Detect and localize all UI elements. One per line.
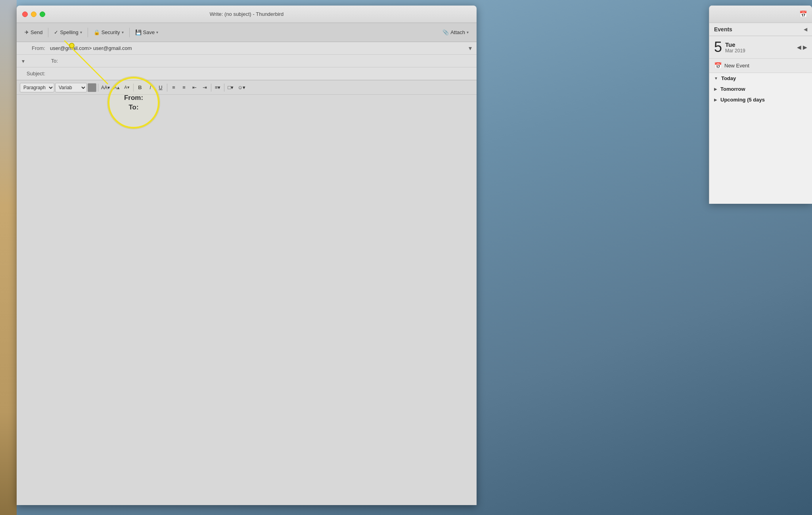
attach-icon: 📎 (442, 29, 449, 35)
toolbar-separator-1 (48, 28, 48, 37)
lock-icon: 🔒 (94, 29, 100, 35)
security-label: Security (102, 29, 120, 35)
tomorrow-section[interactable]: ▶ Tomorrow (709, 84, 812, 94)
calendar-icon[interactable]: 📅 (799, 10, 807, 18)
upcoming-label: Upcoming (5 days (720, 97, 765, 103)
font-size-up[interactable]: A▴ (112, 83, 121, 92)
outdent-btn[interactable]: ⇤ (190, 83, 199, 92)
header-fields: From: user@gmail.com> user@gmail.com ▾ ▾… (17, 42, 477, 80)
cal-day-number: 5 (714, 40, 722, 54)
events-list: ▼ Today ▶ Tomorrow ▶ Upcoming (5 days (709, 73, 812, 204)
minimize-button[interactable] (31, 11, 36, 17)
cal-day-info: Tue Mar 2019 (725, 41, 745, 54)
save-dropdown-arrow: ▾ (156, 30, 158, 34)
ordered-list-btn[interactable]: ≡ (179, 83, 189, 92)
fmt-sep-3 (167, 84, 167, 92)
format-toolbar: Paragraph Variab AA▾ A▴ A▾ B I U ≡ ≡ ⇤ ⇥… (17, 80, 477, 95)
font-size-select[interactable]: AA▾ (100, 83, 111, 92)
events-title-bar: 📅 (709, 6, 812, 23)
attach-label: Attach (450, 29, 465, 35)
unordered-list-btn[interactable]: ≡ (169, 83, 178, 92)
left-panel (0, 0, 17, 515)
font-color-box[interactable] (88, 83, 96, 92)
from-dropdown-btn[interactable]: ▾ (464, 44, 477, 52)
save-button[interactable]: 💾 Save ▾ (132, 28, 162, 37)
compose-body[interactable] (17, 95, 477, 505)
new-event-label: New Event (724, 63, 749, 69)
security-dropdown-arrow: ▾ (122, 30, 124, 34)
cal-prev-arrow[interactable]: ◀ (797, 44, 801, 50)
cal-nav-arrows: ◀ ▶ (797, 44, 807, 50)
compose-area: From: user@gmail.com> user@gmail.com ▾ ▾… (17, 42, 477, 505)
security-button[interactable]: 🔒 Security ▾ (90, 28, 127, 37)
maximize-button[interactable] (40, 11, 45, 17)
to-row: ▾ To: (17, 55, 477, 67)
to-input[interactable] (61, 56, 477, 66)
fmt-sep-2 (133, 84, 134, 92)
from-label: From: (17, 45, 48, 51)
spelling-button[interactable]: ✓ Spelling ▾ (51, 28, 85, 37)
attach-dropdown-arrow: ▾ (467, 30, 469, 34)
send-button[interactable]: ✈ Send (21, 28, 46, 37)
compose-window: Write: (no subject) - Thunderbird ✈ Send… (17, 6, 477, 505)
new-event-icon: 📅 (714, 62, 722, 69)
spelling-label: Spelling (60, 29, 78, 35)
cal-day-name: Tue (725, 41, 745, 48)
tomorrow-arrow: ▶ (714, 87, 717, 91)
traffic-lights (22, 11, 45, 17)
close-button[interactable] (22, 11, 28, 17)
today-label: Today (721, 75, 736, 81)
upcoming-arrow: ▶ (714, 98, 717, 102)
events-panel: 📅 Events ◀ 5 Tue Mar 2019 ◀ ▶ 📅 New Even… (709, 6, 812, 204)
window-title: Write: (no subject) - Thunderbird (210, 11, 284, 17)
fmt-sep-5 (224, 84, 224, 92)
font-select[interactable]: Variab (55, 83, 87, 92)
send-icon: ✈ (25, 29, 29, 35)
cal-month-year: Mar 2019 (725, 48, 745, 54)
today-arrow: ▼ (714, 76, 718, 80)
paragraph-style-select[interactable]: Paragraph (20, 83, 54, 92)
today-section[interactable]: ▼ Today (709, 73, 812, 84)
fmt-sep-1 (98, 84, 98, 92)
italic-button[interactable]: I (146, 83, 155, 92)
events-title: Events (714, 26, 732, 33)
subject-row: Subject: (17, 67, 477, 80)
body-textarea[interactable] (20, 98, 473, 502)
insert-btn[interactable]: □▾ (226, 83, 236, 92)
fmt-sep-4 (211, 84, 211, 92)
align-btn[interactable]: ≡▾ (213, 83, 222, 92)
subject-label: Subject: (17, 71, 48, 77)
toolbar-separator-2 (88, 28, 88, 37)
to-label: To: (29, 58, 61, 64)
to-expand-button[interactable]: ▾ (17, 58, 29, 64)
save-label: Save (143, 29, 155, 35)
indent-btn[interactable]: ⇥ (200, 83, 209, 92)
send-label: Send (31, 29, 42, 35)
from-value: user@gmail.com> user@gmail.com (48, 43, 464, 54)
new-event-button[interactable]: 📅 New Event (709, 59, 812, 73)
cal-next-arrow[interactable]: ▶ (803, 44, 807, 50)
attach-button[interactable]: 📎 Attach ▾ (439, 28, 472, 37)
font-size-down[interactable]: A▾ (122, 83, 132, 92)
tomorrow-label: Tomorrow (720, 86, 745, 92)
upcoming-section[interactable]: ▶ Upcoming (5 days (709, 94, 812, 105)
spelling-dropdown-arrow: ▾ (80, 30, 82, 34)
events-collapse-button[interactable]: ◀ (804, 27, 807, 32)
spelling-icon: ✓ (54, 29, 58, 35)
subject-input[interactable] (48, 68, 477, 79)
title-bar: Write: (no subject) - Thunderbird (17, 6, 477, 23)
save-icon: 💾 (135, 29, 142, 35)
underline-button[interactable]: U (156, 83, 165, 92)
from-row: From: user@gmail.com> user@gmail.com ▾ (17, 42, 477, 55)
events-header: Events ◀ (709, 23, 812, 36)
main-toolbar: ✈ Send ✓ Spelling ▾ 🔒 Security ▾ 💾 Save … (17, 23, 477, 42)
emoji-btn[interactable]: ☺▾ (236, 83, 247, 92)
calendar-nav: 5 Tue Mar 2019 ◀ ▶ (709, 36, 812, 59)
toolbar-separator-3 (129, 28, 130, 37)
bold-button[interactable]: B (135, 83, 145, 92)
